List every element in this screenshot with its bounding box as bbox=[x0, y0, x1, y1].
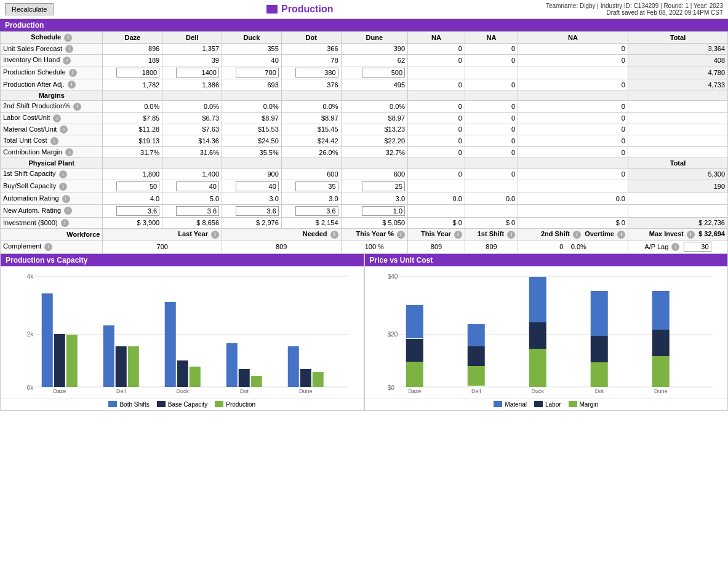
buy-sell-dune-input[interactable]: 25 bbox=[362, 181, 405, 191]
labor-legend-label: Labor bbox=[545, 401, 561, 408]
dot-base-capacity-bar bbox=[239, 369, 250, 387]
col-total: Total bbox=[628, 32, 727, 44]
svg-text:2k: 2k bbox=[27, 331, 34, 338]
complement-info-icon[interactable]: i bbox=[44, 243, 52, 251]
buy-sell-duck-input[interactable]: 40 bbox=[236, 181, 279, 191]
unit-sales-na2: 0 bbox=[465, 43, 518, 55]
column-headers: Schedule i Daze Dell Duck Dot Dune NA NA… bbox=[1, 32, 728, 44]
prod-schedule-dell-input[interactable]: 1400 bbox=[176, 68, 219, 78]
dot-material-bar bbox=[590, 291, 607, 336]
prod-schedule-duck-input[interactable]: 700 bbox=[236, 68, 279, 78]
workforce-header-row: Workforce Last Year i Needed i This Year… bbox=[1, 229, 728, 241]
daze-both-shifts-bar bbox=[42, 293, 53, 387]
prod-schedule-dune-input[interactable]: 500 bbox=[362, 68, 405, 78]
base-capacity-legend-label: Base Capacity bbox=[168, 401, 207, 408]
svg-text:Duck: Duck bbox=[531, 388, 544, 393]
material-cost-info-icon[interactable]: i bbox=[60, 125, 68, 133]
col-na1: NA bbox=[408, 32, 465, 44]
buy-sell-info-icon[interactable]: i bbox=[59, 183, 67, 191]
prod-capacity-chart-header: Production vs Capacity bbox=[1, 254, 364, 266]
session-info: Teamname: Digby | Industry ID: C134209 |… bbox=[546, 2, 723, 16]
buy-sell-dell-input[interactable]: 40 bbox=[176, 181, 219, 191]
team-info: Teamname: Digby | Industry ID: C134209 |… bbox=[546, 2, 723, 9]
unit-sales-dot: 366 bbox=[281, 43, 341, 55]
top-bar-left: Recalculate bbox=[5, 3, 54, 15]
table-row: Labor Cost/Unit i $7.85 $6.73 $8.97 $8.9… bbox=[1, 112, 728, 124]
production-table: Schedule i Daze Dell Duck Dot Dune NA NA… bbox=[0, 31, 728, 253]
col-dune: Dune bbox=[341, 32, 408, 44]
inventory-info-icon[interactable]: i bbox=[63, 57, 71, 65]
recalculate-button[interactable]: Recalculate bbox=[5, 3, 54, 15]
dot-production-bar bbox=[251, 376, 262, 387]
svg-text:Dot: Dot bbox=[594, 388, 604, 393]
unit-sales-label: Unit Sales Forecast i bbox=[1, 43, 103, 55]
overtime-info-icon[interactable]: i bbox=[617, 231, 625, 239]
automation-rating-info-icon[interactable]: i bbox=[62, 195, 70, 203]
margin-legend-label: Margin bbox=[580, 401, 599, 408]
duck-labor-bar bbox=[529, 322, 546, 349]
draft-saved: Draft saved at Feb 08, 2022 09:14PM CST bbox=[546, 9, 723, 16]
svg-text:Dune: Dune bbox=[299, 388, 313, 393]
svg-text:0k: 0k bbox=[27, 384, 34, 391]
contribution-margin-info-icon[interactable]: i bbox=[65, 148, 73, 156]
material-legend-color bbox=[494, 401, 502, 407]
new-autom-duck-input[interactable]: 3.6 bbox=[236, 206, 279, 216]
dell-material-bar bbox=[467, 324, 484, 346]
col-daze: Daze bbox=[103, 32, 162, 44]
labor-cost-info-icon[interactable]: i bbox=[53, 114, 61, 122]
col-na3: NA bbox=[518, 32, 628, 44]
top-bar: Recalculate Production Teamname: Digby |… bbox=[0, 0, 728, 19]
dune-both-shifts-bar bbox=[288, 346, 299, 387]
unit-sales-total: 3,364 bbox=[628, 43, 727, 55]
base-capacity-legend-color bbox=[157, 401, 166, 407]
new-autom-info-icon[interactable]: i bbox=[64, 207, 72, 215]
1st-shift-wf-info-icon[interactable]: i bbox=[507, 231, 515, 239]
buy-sell-daze-input[interactable]: 50 bbox=[116, 181, 159, 191]
daze-production-bar bbox=[66, 335, 78, 387]
last-year-info-icon[interactable]: i bbox=[211, 231, 219, 239]
buy-sell-dot-input[interactable]: 35 bbox=[295, 181, 338, 191]
prod-after-adj-info-icon[interactable]: i bbox=[68, 81, 76, 89]
ap-lag-info-icon[interactable]: i bbox=[671, 243, 679, 251]
prod-capacity-legend: Both Shifts Base Capacity Production bbox=[1, 398, 364, 410]
prod-schedule-info-icon[interactable]: i bbox=[69, 69, 77, 77]
svg-text:Daze: Daze bbox=[53, 388, 66, 393]
schedule-info-icon[interactable]: i bbox=[64, 34, 72, 42]
margins-subheader-row: Margins bbox=[1, 90, 728, 101]
both-shifts-legend-label: Both Shifts bbox=[119, 401, 149, 408]
duck-production-bar bbox=[190, 367, 201, 387]
table-row: Investment ($000) i $ 3,900 $ 8,656 $ 2,… bbox=[1, 217, 728, 229]
inventory-dell: 39 bbox=[162, 55, 222, 66]
new-autom-dune-input[interactable]: 1.0 bbox=[362, 206, 405, 216]
unit-sales-info-icon[interactable]: i bbox=[65, 45, 73, 53]
ap-lag-input[interactable]: 30 bbox=[684, 242, 711, 252]
this-year-pct-info-icon[interactable]: i bbox=[397, 231, 405, 239]
max-invest-info-icon[interactable]: i bbox=[687, 231, 695, 239]
dell-both-shifts-bar bbox=[103, 325, 114, 387]
prod-schedule-dot-input[interactable]: 380 bbox=[295, 68, 338, 78]
col-na2: NA bbox=[465, 32, 518, 44]
needed-info-icon[interactable]: i bbox=[330, 231, 338, 239]
duck-material-bar bbox=[529, 277, 546, 322]
production-section-header: Production bbox=[0, 19, 728, 31]
prod-schedule-daze-input[interactable]: 1800 bbox=[116, 68, 159, 78]
col-dell: Dell bbox=[162, 32, 222, 44]
new-autom-dot-input[interactable]: 3.6 bbox=[295, 206, 338, 216]
table-row: Contribution Margin i 31.7% 31.6% 35.5% … bbox=[1, 146, 728, 158]
2nd-shift-wf-info-icon[interactable]: i bbox=[573, 231, 581, 239]
investment-info-icon[interactable]: i bbox=[61, 219, 69, 227]
table-row: 2nd Shift Production% i 0.0% 0.0% 0.0% 0… bbox=[1, 101, 728, 113]
this-year-info-icon[interactable]: i bbox=[454, 231, 462, 239]
app-title-area: Production bbox=[266, 4, 333, 15]
svg-text:4k: 4k bbox=[27, 273, 34, 280]
material-legend-label: Material bbox=[505, 401, 527, 408]
prod-after-adj-label: Production After Adj. i bbox=[1, 79, 103, 90]
new-autom-dell-input[interactable]: 3.6 bbox=[176, 206, 219, 216]
dot-margin-bar bbox=[590, 362, 607, 387]
new-autom-daze-input[interactable]: 3.6 bbox=[116, 206, 159, 216]
shift2-info-icon[interactable]: i bbox=[73, 103, 81, 111]
total-unit-cost-info-icon[interactable]: i bbox=[50, 137, 58, 145]
unit-sales-daze: 896 bbox=[103, 43, 162, 55]
shift1-capacity-info-icon[interactable]: i bbox=[59, 170, 67, 178]
unit-sales-na1: 0 bbox=[408, 43, 465, 55]
